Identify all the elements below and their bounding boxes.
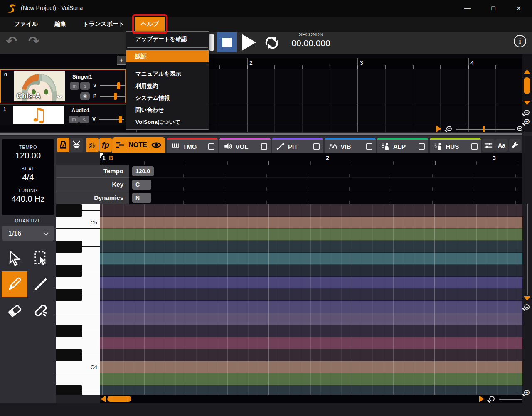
piano-white-key-D4[interactable] bbox=[56, 337, 100, 349]
piano-white-key-A4[interactable] bbox=[56, 253, 100, 265]
marquee-tool[interactable] bbox=[28, 245, 54, 271]
scroll-right-button[interactable] bbox=[479, 396, 484, 402]
track-name[interactable]: Singer1 bbox=[72, 74, 92, 80]
piano-white-key-G4[interactable] bbox=[56, 277, 100, 289]
piano-roll-grid[interactable] bbox=[100, 204, 522, 395]
roll-row-G4[interactable] bbox=[100, 277, 522, 289]
piano-keyboard[interactable]: C5C4 bbox=[56, 204, 100, 395]
roll-row-C4[interactable] bbox=[100, 361, 522, 373]
roll-row-C#4[interactable] bbox=[100, 349, 522, 361]
piano-white-key-F4[interactable] bbox=[56, 301, 100, 313]
info-button[interactable]: i bbox=[514, 35, 526, 47]
roll-row-C5[interactable] bbox=[100, 217, 522, 229]
roll-row-G#4[interactable] bbox=[100, 265, 522, 277]
roll-row-E4[interactable] bbox=[100, 313, 522, 325]
help-menu-item-0[interactable]: アップデートを確認 bbox=[126, 33, 209, 45]
help-menu-item-8[interactable]: VoiSonaについて bbox=[126, 116, 209, 128]
piano-black-key-C#5[interactable] bbox=[56, 204, 82, 217]
tracks-vzoom-out-icon[interactable]: − bbox=[524, 109, 530, 117]
roll-row-A#3[interactable] bbox=[100, 385, 522, 395]
piano-white-key-E4[interactable] bbox=[56, 313, 100, 325]
tracks-vzoom-in-icon[interactable]: + bbox=[524, 118, 530, 126]
loop-button[interactable] bbox=[264, 35, 280, 51]
pitch-slider-thumb[interactable] bbox=[114, 93, 117, 100]
vscrollbar-track[interactable] bbox=[527, 204, 528, 295]
volume-slider-thumb[interactable] bbox=[117, 82, 120, 89]
mute-button[interactable]: m bbox=[70, 82, 79, 90]
pencil-tool[interactable] bbox=[2, 271, 27, 297]
scroll-up-button[interactable] bbox=[524, 69, 530, 74]
mute-button[interactable]: m bbox=[69, 116, 79, 123]
help-menu-item-6[interactable]: システム情報 bbox=[126, 92, 209, 104]
piano-black-key-A#4[interactable] bbox=[56, 241, 82, 253]
editor-zoom-out-icon[interactable]: − bbox=[489, 396, 495, 403]
roll-row-F#4[interactable] bbox=[100, 289, 522, 301]
menu-file[interactable]: ファイル bbox=[8, 17, 44, 32]
voice-selector[interactable]: Chis-A bbox=[14, 71, 65, 101]
line-tool[interactable] bbox=[28, 271, 54, 297]
piano-black-key-C#4[interactable] bbox=[56, 349, 82, 361]
piano-white-key-B3[interactable] bbox=[56, 373, 100, 385]
arrow-tool[interactable] bbox=[2, 245, 27, 271]
stop-button[interactable] bbox=[217, 32, 237, 52]
add-track-button[interactable]: + bbox=[117, 56, 126, 65]
help-menu-item-2[interactable]: 認証 bbox=[126, 50, 209, 62]
help-menu-item-4[interactable]: マニュアルを表示 bbox=[126, 68, 209, 80]
key-row-value[interactable]: C bbox=[129, 178, 522, 191]
volume-slider[interactable] bbox=[100, 85, 125, 86]
menu-transport[interactable]: トランスポート bbox=[77, 17, 130, 32]
help-menu-item-5[interactable]: 利用規約 bbox=[126, 80, 209, 92]
scroll-down-button[interactable] bbox=[524, 101, 530, 105]
roll-row-B4[interactable] bbox=[100, 229, 522, 241]
editor-vzoom-out-icon[interactable]: − bbox=[524, 304, 530, 311]
section-splitter[interactable] bbox=[0, 132, 532, 136]
close-button[interactable]: ✕ bbox=[509, 0, 528, 17]
dynamics-row-value[interactable]: N bbox=[129, 191, 522, 204]
roll-row-D#4[interactable] bbox=[100, 325, 522, 337]
scrollbar-thumb[interactable] bbox=[524, 77, 530, 94]
volume-slider[interactable] bbox=[99, 119, 124, 120]
roll-row-C#5[interactable] bbox=[100, 204, 522, 217]
piano-black-key-F#4[interactable] bbox=[56, 289, 82, 301]
hscrollbar-thumb[interactable] bbox=[107, 396, 131, 402]
tempo-value[interactable]: 120.00 bbox=[2, 151, 54, 160]
undo-button[interactable]: ↶ bbox=[6, 33, 17, 49]
editor-ruler[interactable]: 1 B 23 bbox=[100, 153, 522, 165]
track-audio[interactable]: 1 ♫ Audio1 m s V bbox=[0, 104, 126, 125]
eraser-tool[interactable] bbox=[2, 298, 27, 323]
snowflake-button[interactable]: ✱ bbox=[80, 92, 90, 100]
piano-white-key-C5[interactable]: C5 bbox=[56, 217, 100, 229]
tuning-value[interactable]: 440.0 Hz bbox=[2, 194, 54, 204]
piano-black-key-G#4[interactable] bbox=[56, 265, 82, 277]
audio-thumbnail[interactable]: ♫ bbox=[13, 106, 64, 124]
roll-row-F4[interactable] bbox=[100, 301, 522, 313]
track-singer[interactable]: 0 Chis-A Singer1 m s V ✱ bbox=[0, 69, 126, 103]
key-pill[interactable]: C bbox=[132, 180, 151, 190]
piano-white-key-C4[interactable]: C4 bbox=[56, 361, 100, 373]
tracks-scroll-right-button[interactable] bbox=[436, 126, 441, 132]
unlink-tool[interactable] bbox=[28, 298, 54, 323]
piano-black-key-D#4[interactable] bbox=[56, 325, 82, 337]
return-to-zero-button[interactable] bbox=[209, 34, 214, 51]
track-name[interactable]: Audio1 bbox=[71, 107, 90, 113]
menu-edit[interactable]: 編集 bbox=[49, 17, 72, 32]
help-menu-item-7[interactable]: 問い合わせ bbox=[126, 104, 209, 116]
solo-button[interactable]: s bbox=[80, 82, 90, 90]
solo-button[interactable]: s bbox=[79, 116, 89, 123]
scroll-left-button[interactable] bbox=[101, 396, 106, 402]
roll-row-A4[interactable] bbox=[100, 253, 522, 265]
piano-white-key-B4[interactable] bbox=[56, 229, 100, 241]
song-info-panel[interactable]: TEMPO 120.00 BEAT 4/4 TUNING 440.0 Hz bbox=[2, 139, 54, 215]
tracks-zoom-slider-thumb[interactable] bbox=[483, 126, 485, 133]
scroll-down-button[interactable] bbox=[524, 296, 530, 301]
dynamics-pill[interactable]: N bbox=[132, 193, 151, 203]
tempo-pill[interactable]: 120.0 bbox=[132, 166, 154, 176]
roll-row-B3[interactable] bbox=[100, 373, 522, 385]
tracks-zoom-slider[interactable] bbox=[456, 129, 515, 130]
menu-help[interactable]: ヘルプ bbox=[135, 17, 165, 32]
roll-row-A#4[interactable] bbox=[100, 241, 522, 253]
minimize-button[interactable]: — bbox=[458, 0, 477, 17]
pitch-slider[interactable] bbox=[100, 96, 125, 97]
beat-value[interactable]: 4/4 bbox=[2, 172, 54, 182]
tempo-row-value[interactable]: 120.0 bbox=[129, 165, 522, 178]
